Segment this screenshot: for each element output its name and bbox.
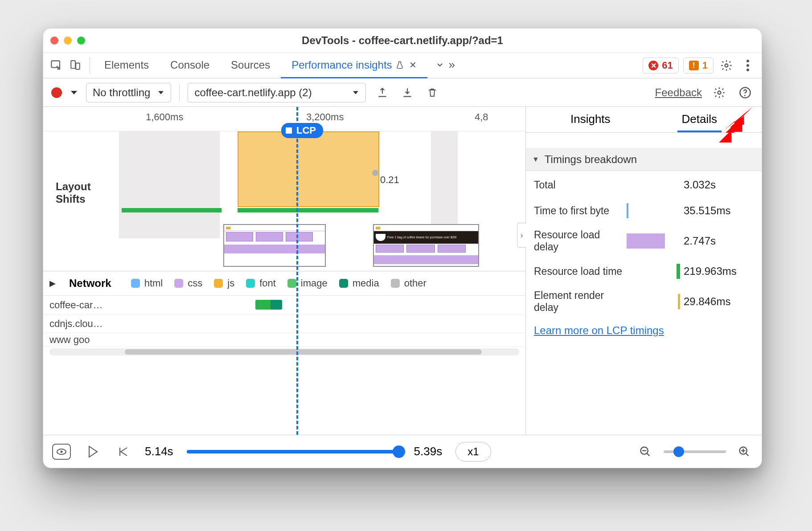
- network-host: coffee-car…: [49, 299, 116, 311]
- insights-toolbar: No throttling coffee-cart.netlify.app (2…: [43, 78, 762, 107]
- tick-label: 4,8: [475, 111, 488, 123]
- svg-marker-11: [719, 130, 731, 143]
- network-label: Network: [69, 277, 111, 290]
- chevron-down-icon: ▼: [532, 155, 539, 163]
- resource-load-delay-value: 2.747s: [684, 235, 754, 247]
- settings-icon[interactable]: [718, 57, 735, 74]
- total-value: 3.032s: [684, 179, 754, 191]
- svg-point-7: [718, 91, 721, 94]
- cls-value: 0.21: [380, 174, 399, 186]
- import-icon[interactable]: [399, 84, 416, 101]
- tab-label: Sources: [231, 59, 270, 71]
- zoom-in-icon[interactable]: [736, 443, 753, 460]
- warnings-badge[interactable]: ! 1: [683, 57, 714, 74]
- element-render-delay-label: Element render delay: [534, 290, 623, 314]
- tab-label: Performance insights: [291, 59, 392, 71]
- tab-label: Console: [170, 59, 209, 71]
- svg-point-5: [746, 64, 749, 67]
- tab-performance-insights[interactable]: Performance insights ✕: [281, 53, 427, 78]
- device-toolbar-icon[interactable]: [67, 57, 83, 74]
- timeline-area[interactable]: 1,600ms 3,200ms 4,8 LCP Layout Shifts: [43, 107, 525, 435]
- lcp-marker[interactable]: LCP: [281, 123, 323, 138]
- svg-point-14: [61, 450, 63, 453]
- go-to-start-icon[interactable]: [115, 443, 131, 460]
- more-tabs-button[interactable]: »: [427, 53, 462, 78]
- preview-toggle-icon[interactable]: [52, 444, 71, 460]
- svg-point-6: [746, 69, 749, 71]
- ad-banner-text: Free 1 bag of coffee beans for purchase …: [387, 236, 457, 239]
- svg-marker-12: [728, 107, 753, 132]
- throttling-value: No throttling: [93, 86, 150, 99]
- main-tabstrip: Elements Console Sources Performance ins…: [43, 53, 762, 78]
- network-row[interactable]: www goo: [43, 333, 525, 347]
- learn-more-link[interactable]: Learn more on LCP timings: [526, 320, 762, 337]
- feedback-link[interactable]: Feedback: [655, 86, 702, 99]
- record-dropdown-icon[interactable]: [70, 90, 78, 96]
- tab-sources[interactable]: Sources: [220, 53, 281, 78]
- lane-label: Layout Shifts: [49, 180, 119, 205]
- svg-rect-1: [71, 61, 75, 68]
- timings-breakdown-list: Total 3.032s Time to first byte 35.515ms…: [526, 171, 762, 320]
- throttling-select[interactable]: No throttling: [86, 83, 171, 102]
- experiment-icon: [396, 61, 404, 69]
- horizontal-scrollbar[interactable]: [49, 348, 519, 355]
- errors-count: 61: [662, 60, 673, 71]
- lcp-label: LCP: [296, 125, 316, 136]
- svg-point-4: [746, 60, 749, 62]
- resource-load-time-value: 219.963ms: [684, 265, 754, 278]
- collapse-details-icon[interactable]: ›: [517, 223, 526, 248]
- playhead[interactable]: [296, 107, 298, 435]
- layout-shifts-lane: Layout Shifts 0.21: [43, 131, 525, 271]
- network-host: www goo: [49, 334, 116, 346]
- errors-badge[interactable]: ✕ 61: [643, 57, 678, 74]
- svg-point-9: [744, 95, 746, 96]
- zoom-knob[interactable]: [673, 446, 684, 457]
- stop-icon: [286, 127, 292, 134]
- page-select[interactable]: coffee-cart.netlify.app (2): [188, 83, 366, 102]
- time-slider[interactable]: [187, 450, 401, 453]
- slider-knob[interactable]: [393, 445, 405, 458]
- svg-rect-2: [76, 63, 80, 69]
- zoom-slider[interactable]: [664, 450, 726, 453]
- ttfb-label: Time to first byte: [534, 205, 623, 217]
- filmstrip-thumbnail[interactable]: Free 1 bag of coffee beans for purchase …: [373, 224, 479, 267]
- tab-insights[interactable]: Insights: [566, 112, 615, 132]
- close-tab-icon[interactable]: ✕: [409, 60, 417, 70]
- resource-load-delay-label: Resource load delay: [534, 229, 623, 253]
- warnings-count: 1: [702, 60, 708, 71]
- zoom-out-icon[interactable]: [637, 443, 654, 460]
- tab-label: Elements: [104, 59, 149, 71]
- network-legend: html css js font image media other: [131, 278, 427, 289]
- delete-icon[interactable]: [424, 84, 441, 101]
- inspect-element-icon[interactable]: [49, 57, 65, 74]
- tick-label: 3,200ms: [306, 111, 344, 123]
- svg-rect-0: [51, 61, 60, 68]
- details-panel: Insights Details ▼ Timings brea: [525, 107, 762, 435]
- svg-point-3: [725, 64, 728, 67]
- kebab-menu-icon[interactable]: [739, 57, 756, 74]
- filmstrip-thumbnail[interactable]: [223, 224, 326, 267]
- network-section-header[interactable]: ▶ Network html css js font image media o…: [43, 271, 525, 296]
- titlebar: DevTools - coffee-cart.netlify.app/?ad=1: [43, 29, 762, 53]
- current-time: 5.14s: [145, 445, 173, 458]
- element-render-delay-value: 29.846ms: [684, 295, 754, 308]
- chevron-right-icon: ▶: [49, 278, 56, 288]
- help-icon[interactable]: [737, 84, 754, 101]
- warning-icon: !: [689, 61, 699, 70]
- tick-label: 1,600ms: [146, 111, 183, 123]
- section-title: Timings breakdown: [545, 153, 637, 166]
- panel-settings-icon[interactable]: [711, 84, 728, 101]
- timings-breakdown-header[interactable]: ▼ Timings breakdown: [526, 148, 762, 171]
- network-host: cdnjs.clou…: [49, 318, 116, 330]
- tab-console[interactable]: Console: [160, 53, 220, 78]
- network-row[interactable]: coffee-car…: [43, 296, 525, 315]
- play-icon[interactable]: [84, 443, 101, 460]
- network-row[interactable]: cdnjs.clou…: [43, 315, 525, 333]
- playback-speed[interactable]: x1: [455, 442, 491, 462]
- export-icon[interactable]: [374, 84, 391, 101]
- record-button[interactable]: [51, 87, 62, 98]
- tab-elements[interactable]: Elements: [94, 53, 160, 78]
- ttfb-value: 35.515ms: [684, 204, 754, 217]
- error-icon: ✕: [648, 61, 658, 70]
- total-label: Total: [534, 179, 623, 191]
